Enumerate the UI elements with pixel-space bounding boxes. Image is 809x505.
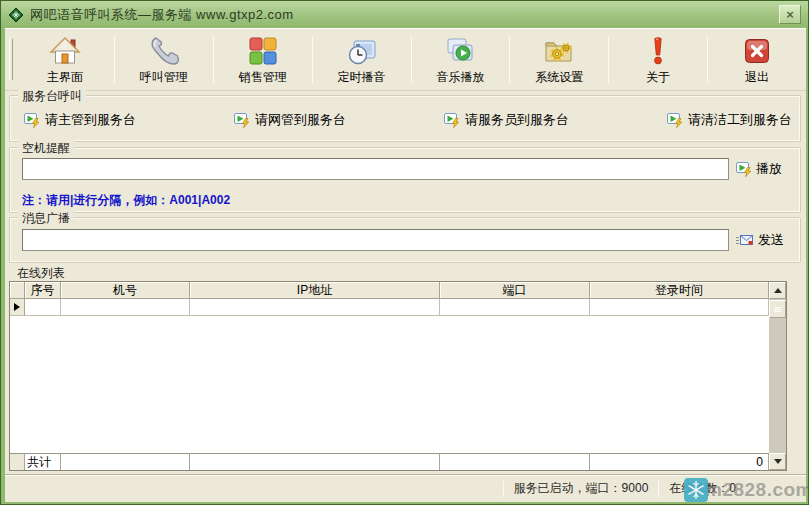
announce-play-icon (234, 112, 250, 128)
grid-header-port: 端口 (440, 282, 590, 299)
call-cleaner-button[interactable]: 请清洁工到服务台 (667, 111, 792, 129)
grid-header-serial: 序号 (25, 282, 61, 299)
scrollbar-track[interactable] (769, 318, 786, 453)
grid-header-machine: 机号 (61, 282, 190, 299)
service-call-group: 服务台呼叫 请主管到服务台 (9, 95, 801, 142)
toolbar-label: 音乐播放 (436, 69, 484, 86)
toolbar-button-music-play[interactable]: 音乐播放 (412, 31, 510, 88)
broadcast-legend: 消息广播 (18, 210, 74, 227)
idle-reminder-legend: 空机提醒 (18, 140, 74, 157)
arrow-up-icon (774, 288, 782, 293)
app-logo-icon (8, 7, 24, 23)
grid-header-login-time: 登录时间 (590, 282, 769, 299)
announce-play-icon (444, 112, 460, 128)
color-squares-icon (247, 35, 279, 67)
row-selector-cell (10, 299, 25, 316)
broadcast-input[interactable] (22, 229, 729, 251)
call-waiter-label: 请服务员到服务台 (465, 111, 569, 129)
service-call-row: 请主管到服务台 请网管到服务台 (24, 111, 792, 129)
online-list-grid: 序号 机号 IP地址 端口 登录时间 共计 (9, 281, 787, 471)
toolbar-button-sales-management[interactable]: 销售管理 (214, 31, 312, 88)
grid-header-selector (10, 282, 25, 299)
separator-note: 注：请用|进行分隔，例如：A001|A002 (22, 192, 230, 209)
timer-broadcast-icon (346, 35, 378, 67)
grid-current-row[interactable] (10, 299, 769, 316)
call-netadmin-button[interactable]: 请网管到服务台 (234, 111, 346, 129)
service-status-text: 服务已启动，端口：9000 (504, 480, 659, 497)
scroll-up-button[interactable] (769, 282, 786, 299)
music-play-icon (444, 35, 476, 67)
grid-main: 序号 机号 IP地址 端口 登录时间 共计 (10, 282, 769, 470)
window-title: 网吧语音呼叫系统—服务端 www.gtxp2.com (30, 6, 294, 24)
arrow-down-icon (774, 459, 782, 464)
window-content: 主界面 呼叫管理 (5, 28, 806, 502)
toolbar-grip[interactable] (9, 39, 13, 80)
broadcast-group: 消息广播 发送 (9, 217, 801, 263)
main-toolbar: 主界面 呼叫管理 (5, 28, 806, 91)
announce-play-icon (736, 161, 752, 177)
footer-total-count: 0 (590, 454, 769, 470)
play-button[interactable]: 播放 (736, 160, 782, 178)
online-count-text: 在线机数：0 (659, 480, 746, 497)
toolbar-button-system-settings[interactable]: 系统设置 (510, 31, 608, 88)
play-button-label: 播放 (756, 160, 782, 178)
grid-footer-row: 共计 0 (10, 453, 769, 470)
exit-icon (741, 35, 773, 67)
announce-play-icon (24, 112, 40, 128)
send-button-label: 发送 (758, 231, 784, 249)
toolbar-button-about[interactable]: 关于 (609, 31, 707, 88)
call-cleaner-label: 请清洁工到服务台 (688, 111, 792, 129)
footer-total-label: 共计 (25, 454, 61, 470)
online-list-title: 在线列表 (17, 265, 65, 282)
idle-reminder-input[interactable] (22, 158, 729, 180)
send-button[interactable]: 发送 (735, 231, 784, 249)
call-supervisor-label: 请主管到服务台 (45, 111, 136, 129)
toolbar-label: 系统设置 (535, 69, 583, 86)
toolbar-button-exit[interactable]: 退出 (708, 31, 806, 88)
status-bar: 服务已启动，端口：9000 在线机数：0 (5, 474, 806, 502)
toolbar-label: 定时播音 (338, 69, 386, 86)
toolbar-button-call-management[interactable]: 呼叫管理 (115, 31, 213, 88)
toolbar-label: 主界面 (47, 69, 83, 86)
toolbar-label: 退出 (745, 69, 769, 86)
service-call-legend: 服务台呼叫 (18, 88, 86, 105)
scrollbar-thumb[interactable] (769, 300, 786, 318)
title-bar[interactable]: 网吧语音呼叫系统—服务端 www.gtxp2.com × (1, 1, 808, 28)
home-icon (49, 35, 81, 67)
call-supervisor-button[interactable]: 请主管到服务台 (24, 111, 136, 129)
toolbar-button-scheduled-broadcast[interactable]: 定时播音 (313, 31, 411, 88)
vertical-scrollbar (769, 282, 786, 470)
idle-reminder-group: 空机提醒 播放 注：请用|进行分隔，例如：A001|A002 (9, 147, 801, 213)
send-mail-icon (735, 233, 754, 248)
current-row-indicator-icon (14, 303, 20, 311)
grid-empty-area (10, 316, 769, 453)
app-window: 网吧语音呼叫系统—服务端 www.gtxp2.com × 主界面 (0, 0, 809, 505)
announce-play-icon (667, 112, 683, 128)
scroll-down-button[interactable] (769, 453, 786, 470)
toolbar-button-main[interactable]: 主界面 (16, 31, 114, 88)
toolbar-label: 呼叫管理 (140, 69, 188, 86)
close-button[interactable]: × (779, 5, 801, 24)
grid-header-row: 序号 机号 IP地址 端口 登录时间 (10, 282, 769, 299)
toolbar-label: 关于 (646, 69, 670, 86)
settings-folder-icon (543, 35, 575, 67)
exclamation-icon (642, 35, 674, 67)
grid-header-ip: IP地址 (190, 282, 440, 299)
toolbar-label: 销售管理 (239, 69, 287, 86)
call-waiter-button[interactable]: 请服务员到服务台 (444, 111, 569, 129)
call-netadmin-label: 请网管到服务台 (255, 111, 346, 129)
phone-icon (148, 35, 180, 67)
